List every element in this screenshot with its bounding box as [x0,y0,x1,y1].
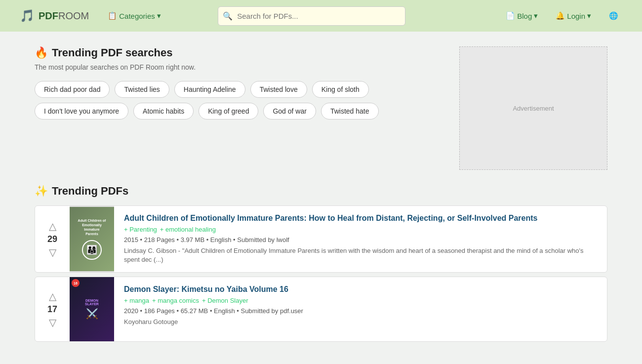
search-tag[interactable]: Haunting Adeline [174,81,245,98]
book-cover: Adult Children ofEmotionallyImmaturePare… [70,207,114,271]
pdf-tag[interactable]: + Parenting [124,226,157,233]
logo-pdf: PDF [39,10,58,21]
upvote-button[interactable]: △ [49,291,56,301]
logo-icon: 🎵 [20,9,35,23]
logo-text: PDFROOM [39,10,89,22]
trending-searches-heading: Trending PDF searches [52,46,173,59]
downvote-button[interactable]: ▽ [49,247,56,257]
search-icon: 🔍 [223,11,233,21]
categories-label: Categories [119,12,155,20]
advertisement-label: Advertisement [513,105,554,112]
search-tag[interactable]: I don't love you anymore [35,103,128,120]
vote-section: △ 17 ▽ [35,277,70,341]
search-tag[interactable]: Rich dad poor dad [35,81,110,98]
trending-searches-section: Advertisement 🔥 Trending PDF searches Th… [35,46,607,170]
book-thumbnail: 16 DEMONSLAYER ⚔️ [70,277,114,341]
book-thumbnail: Adult Children ofEmotionallyImmaturePare… [70,206,114,272]
login-icon: 🔔 [556,11,565,20]
tags-container: Rich dad poor dadTwisted liesHaunting Ad… [35,81,449,120]
trending-pdfs-section: ✨ Trending PDFs △ 29 ▽ Adult Children of… [35,185,607,346]
pdf-tag[interactable]: + Demon Slayer [202,297,248,304]
login-label: Login [567,12,585,20]
pdf-tags: + Parenting+ emotional healing [124,226,597,233]
search-tag[interactable]: Atomic habits [133,103,194,120]
trending-pdfs-title: ✨ Trending PDFs [35,185,607,198]
trending-pdfs-heading: Trending PDFs [52,185,128,198]
search-tag[interactable]: Twisted love [250,81,307,98]
pdf-description: Koyoharu Gotouge [124,318,597,326]
pdf-card: △ 17 ▽ 16 DEMONSLAYER ⚔️ Demon Slayer: K… [35,277,607,342]
logo[interactable]: 🎵 PDFROOM [20,9,89,23]
vote-count: 29 [47,234,57,244]
blog-chevron-icon: ▾ [534,11,538,20]
pdf-title[interactable]: Adult Children of Emotionally Immature P… [124,214,597,223]
globe-icon: 🌐 [609,11,618,20]
volume-badge: 16 [72,279,80,287]
categories-nav[interactable]: 📋 Categories ▾ [104,8,165,23]
pdf-tags: + manga+ manga comics+ Demon Slayer [124,297,597,304]
upvote-button[interactable]: △ [49,221,56,231]
search-tag[interactable]: God of war [263,103,316,120]
main-content: Advertisement 🔥 Trending PDF searches Th… [25,32,617,361]
categories-chevron-icon: ▾ [157,11,161,20]
pdf-info: Adult Children of Emotionally Immature P… [114,206,607,272]
search-tag[interactable]: Twisted lies [115,81,169,98]
downvote-button[interactable]: ▽ [49,318,56,327]
advertisement-block: Advertisement [459,46,607,170]
pdf-meta: 2015 • 218 Pages • 3.97 MB • English • S… [124,236,597,243]
search-tag[interactable]: King of sloth [312,81,369,98]
pdf-card: △ 29 ▽ Adult Children ofEmotionallyImmat… [35,205,607,273]
pdf-tag[interactable]: + manga comics [152,297,199,304]
categories-icon: 📋 [108,11,117,20]
blog-nav[interactable]: 📄 Blog ▾ [502,8,542,23]
search-bar: 🔍 [218,6,405,26]
pdf-meta: 2020 • 186 Pages • 65.27 MB • English • … [124,307,597,315]
blog-label: Blog [517,12,532,20]
vote-count: 17 [47,304,57,315]
search-tag[interactable]: King of greed [199,103,258,120]
search-tag[interactable]: Twisted hate [321,103,379,120]
pdf-tag[interactable]: + manga [124,297,149,304]
pdf-tag[interactable]: + emotional healing [160,226,216,233]
pdf-info: Demon Slayer: Kimetsu no Yaiba Volume 16… [114,277,607,341]
trending-searches-title: 🔥 Trending PDF searches [35,46,449,59]
login-nav[interactable]: 🔔 Login ▾ [552,8,595,23]
login-chevron-icon: ▾ [587,11,591,20]
blog-icon: 📄 [506,11,515,20]
pdf-list: △ 29 ▽ Adult Children ofEmotionallyImmat… [35,205,607,346]
fire-icon: 🔥 [35,46,48,59]
globe-nav[interactable]: 🌐 [605,8,622,23]
logo-room: ROOM [58,10,89,21]
vote-section: △ 29 ▽ [35,206,70,272]
sparkle-icon: ✨ [35,185,48,198]
pdf-description: Lindsay C. Gibson - "Adult Children of E… [124,246,597,264]
pdf-title[interactable]: Demon Slayer: Kimetsu no Yaiba Volume 16 [124,285,597,294]
header-right: 📄 Blog ▾ 🔔 Login ▾ 🌐 [502,8,622,23]
header: 🎵 PDFROOM 📋 Categories ▾ 🔍 📄 Blog ▾ 🔔 Lo… [0,0,642,32]
book-cover: 16 DEMONSLAYER ⚔️ [70,277,114,341]
search-input[interactable] [218,6,405,26]
